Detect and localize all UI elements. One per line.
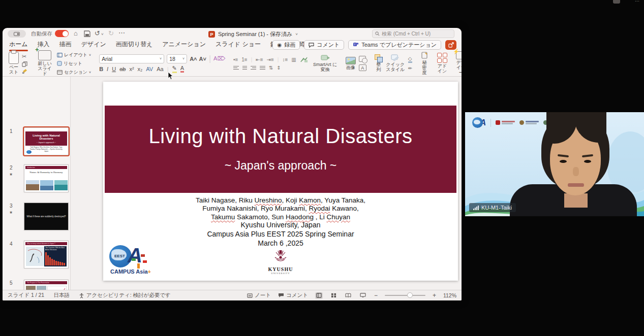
current-slide[interactable]: Living with Natural Disasters ~ Japan's …: [103, 82, 458, 281]
clear-format-button[interactable]: A⌦: [213, 55, 225, 62]
language-indicator[interactable]: 日本語: [53, 292, 70, 299]
numbering-button[interactable]: 1≡: [241, 57, 247, 62]
undo-chevron-icon[interactable]: ˅: [101, 31, 104, 38]
teams-present-button[interactable]: TTeams でプレゼンテーション: [348, 40, 441, 50]
arrange-icon: [375, 54, 383, 61]
webcam-video[interactable]: A KU-M1-Taiki: [465, 112, 644, 216]
autosave-toggle[interactable]: [55, 30, 69, 37]
align-left-button[interactable]: [233, 66, 239, 70]
change-case-button[interactable]: Aa: [157, 66, 163, 72]
home-icon[interactable]: ⌂: [74, 30, 78, 37]
subscript-button[interactable]: x₂: [138, 66, 143, 72]
record-button[interactable]: ◉録画: [272, 40, 300, 50]
char-spacing-button[interactable]: AV: [146, 66, 153, 72]
insert-image-button[interactable]: 画像: [346, 57, 356, 71]
layout-button[interactable]: レイアウト˅: [57, 52, 91, 58]
slides-group: 新しい スライド レイアウト˅ リセット セクション˅: [33, 52, 94, 75]
slide-thumbnail-5[interactable]: The Purpose in The Presentation Main pur…: [24, 280, 69, 290]
format-painter-icon[interactable]: [22, 69, 27, 74]
align-center-button[interactable]: [242, 66, 247, 70]
align-right-button[interactable]: [251, 66, 256, 70]
zoom-slider[interactable]: [385, 295, 425, 296]
slide-sorter-view-button[interactable]: [330, 292, 338, 299]
shrink-font-button[interactable]: A˅: [199, 56, 206, 62]
zoom-level[interactable]: 112%: [443, 292, 456, 298]
sensitivity-button[interactable]: 秘密度: [420, 51, 428, 76]
text-direction-button[interactable]: ⇅: [269, 65, 273, 71]
textbox-button[interactable]: A: [359, 64, 366, 71]
font-name-select[interactable]: Arial˅: [99, 54, 164, 63]
slide-title: Living with Natural Disasters: [105, 125, 456, 148]
copy-icon[interactable]: [22, 61, 27, 67]
shapes-button[interactable]: [359, 56, 366, 62]
grow-font-button[interactable]: A˄: [190, 56, 197, 62]
new-slide-button[interactable]: 新しい スライド: [36, 50, 54, 77]
justify-button[interactable]: [260, 66, 265, 70]
cut-icon[interactable]: ✂: [22, 53, 27, 60]
tab-animations[interactable]: アニメーション: [162, 40, 206, 50]
save-icon[interactable]: [84, 30, 90, 37]
slide-thumbnail-4[interactable]: Why so many natural disasters in Japan ?…: [24, 241, 69, 268]
addins-group: アド イン: [434, 52, 451, 75]
mouse-cursor: [168, 72, 174, 80]
comments-button[interactable]: コメント: [304, 40, 344, 50]
underline-button[interactable]: U: [112, 66, 116, 72]
paste-button[interactable]: ペースト: [9, 52, 19, 75]
font-size-select[interactable]: 18˅: [167, 54, 187, 63]
font-color-button[interactable]: A: [180, 65, 184, 73]
strikethrough-button[interactable]: ab: [119, 66, 126, 72]
arrange-button[interactable]: 整列: [375, 54, 383, 73]
window-controls[interactable]: [8, 30, 26, 38]
slide-thumbnail-2[interactable]: Introduction Nature & Humanity in Harmon…: [24, 164, 69, 192]
ribbon-toolbar: ペースト ✂ 新しい スライド レイアウト˅ リセット セクション˅: [3, 50, 462, 77]
thumb-number: 1: [10, 128, 13, 134]
arrange-group: 整列 クイック スタイル ◇ ✏: [372, 52, 415, 75]
reset-button[interactable]: リセット: [57, 60, 91, 67]
section-button[interactable]: セクション˅: [57, 69, 91, 76]
more-options-icon[interactable]: ⋯: [118, 29, 125, 36]
tab-home[interactable]: ホーム: [9, 40, 28, 50]
designer-icon: [456, 51, 462, 59]
superscript-button[interactable]: x²: [129, 66, 134, 72]
quick-styles-button[interactable]: クイック スタイル: [386, 54, 405, 73]
bullets-button[interactable]: •≡: [233, 57, 238, 62]
shape-fill-button[interactable]: ◇: [408, 56, 412, 63]
reading-view-button[interactable]: [345, 292, 352, 299]
shape-outline-button[interactable]: ✏: [408, 65, 412, 71]
designer-button[interactable]: デザイナー: [456, 51, 462, 76]
slide-event: Campus Asia Plus EEST 2025 Spring Semina…: [103, 229, 458, 239]
zoom-in-button[interactable]: +: [433, 292, 436, 299]
italic-button[interactable]: I: [107, 66, 108, 72]
tab-draw[interactable]: 描画: [59, 40, 72, 50]
zoom-out-button[interactable]: −: [374, 292, 378, 299]
participant-name: KU-M1-Taiki: [481, 205, 512, 211]
smartart-icon[interactable]: [300, 56, 308, 63]
smartart-convert-button[interactable]: SmartArt に変換: [313, 54, 338, 73]
bold-button[interactable]: B: [99, 66, 103, 72]
undo-icon[interactable]: ↺: [95, 30, 100, 37]
reset-icon: [57, 61, 62, 66]
document-title[interactable]: P Spring Seminar (1) - 保存済み ˅: [208, 30, 298, 38]
line-spacing-button[interactable]: ↕≡: [282, 57, 288, 62]
addins-button[interactable]: アド イン: [437, 53, 448, 74]
search-input[interactable]: 検索 (Cmd + Ctrl + U): [372, 29, 454, 38]
zoom-slider-knob[interactable]: [407, 292, 413, 298]
slide-thumbnail-3[interactable]: What if these are suddenly destroyed?: [24, 203, 69, 230]
tab-design[interactable]: デザイン: [81, 40, 106, 50]
align-text-button[interactable]: ⇕: [277, 65, 281, 71]
indent-button[interactable]: ⇥≡: [267, 57, 274, 62]
normal-view-button[interactable]: [315, 292, 323, 299]
notes-button[interactable]: ノート: [247, 292, 271, 299]
outdent-button[interactable]: ⇤≡: [256, 57, 263, 62]
tab-transitions[interactable]: 画面切り替え: [116, 40, 153, 50]
tab-slideshow[interactable]: スライド ショー: [216, 40, 261, 50]
tab-insert[interactable]: 挿入: [38, 40, 50, 50]
slideshow-view-button[interactable]: [359, 292, 367, 299]
share-icon: [448, 42, 454, 48]
slide-thumbnail-1[interactable]: Living with Natural Disasters ~ Japan's …: [24, 127, 69, 155]
accessibility-status[interactable]: アクセシビリティ: 検討が必要です: [79, 292, 171, 299]
comments-toggle-button[interactable]: コメント: [278, 292, 308, 299]
participant-name-tag: KU-M1-Taiki: [469, 203, 516, 212]
columns-button[interactable]: ▥: [291, 57, 296, 62]
titlebar: 自動保存 ⌂ ↺ ˅ ↻ ⋯ P Spring Seminar (1) - 保存…: [3, 28, 462, 40]
